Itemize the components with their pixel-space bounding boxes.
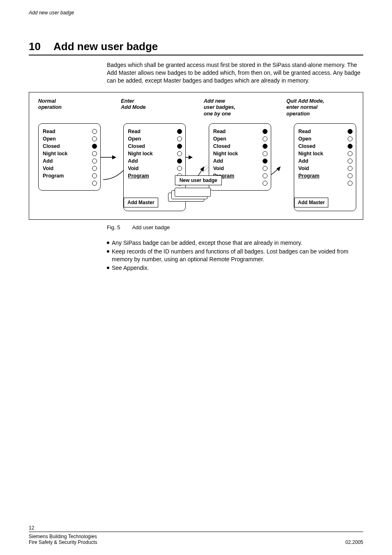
led-label: Read	[43, 129, 55, 134]
led-indicator-icon	[348, 129, 353, 134]
led-label: Read	[213, 129, 226, 134]
intro-paragraph: Badges which shall be granted access mus…	[107, 61, 363, 85]
led-row: Open	[128, 135, 182, 143]
led-indicator-icon	[348, 173, 353, 178]
svg-marker-7	[277, 166, 281, 171]
badge-card-stack-icon	[168, 188, 213, 203]
section-title: Add new user badge	[53, 40, 158, 53]
led-indicator-icon	[92, 151, 97, 156]
led-label: Read	[298, 129, 311, 134]
footer-date: 02.2005	[346, 539, 363, 545]
led-indicator-icon	[177, 151, 182, 156]
bullet-list: Any SiPass badge can be added, except th…	[107, 239, 363, 272]
bullet-item: Keep records of the ID numbers and funct…	[107, 248, 363, 263]
led-label: Night lock	[213, 151, 238, 157]
led-label: Closed	[298, 143, 316, 149]
led-label: Open	[213, 136, 226, 142]
led-row: Night lock	[298, 150, 353, 157]
led-indicator-icon	[263, 129, 267, 134]
led-row: Void	[213, 165, 267, 172]
led-row: Night lock	[213, 150, 267, 157]
led-indicator-icon	[177, 129, 182, 134]
led-indicator-icon	[263, 136, 267, 141]
led-label: Closed	[128, 143, 145, 149]
new-user-badge-label: New user badge	[175, 175, 222, 185]
device-panel: ReadOpenClosedNight lockAddVoidProgram	[38, 123, 101, 191]
figure-number: Fig. 5	[107, 224, 120, 230]
figure-caption-text: Add user badge	[132, 224, 170, 230]
led-label: Add	[43, 158, 53, 164]
figure-diagram: Normal operation Enter Add Mode Add new …	[29, 92, 363, 220]
led-row: Night lock	[43, 150, 97, 157]
led-row: Add	[213, 157, 267, 165]
led-indicator-icon	[263, 181, 267, 186]
led-label: Void	[43, 166, 53, 171]
led-row: Program	[128, 172, 182, 180]
section-number: 10	[29, 40, 53, 53]
led-row: Open	[213, 135, 267, 143]
led-row: Closed	[213, 143, 267, 150]
led-indicator-icon	[92, 159, 97, 164]
led-row: Void	[43, 165, 97, 172]
step-label: Quit Add Mode, enter normal operation	[286, 98, 356, 117]
led-row: Read	[43, 128, 97, 135]
led-row: Closed	[43, 143, 97, 150]
led-row: Void	[298, 165, 353, 172]
section-heading: 10 Add new user badge	[29, 40, 363, 55]
led-indicator-icon	[177, 166, 182, 171]
led-row: Open	[298, 135, 353, 143]
led-indicator-icon	[348, 159, 353, 164]
led-row: Program	[298, 172, 353, 180]
led-label: Night lock	[43, 151, 67, 157]
led-indicator-icon	[177, 159, 182, 164]
led-indicator-icon	[348, 136, 353, 141]
led-indicator-icon	[348, 166, 353, 171]
add-master-badge-label: Add Master	[294, 198, 328, 207]
running-header: Add new user badge	[29, 10, 363, 16]
step-labels-row: Normal operation Enter Add Mode Add new …	[38, 98, 356, 117]
led-row: Read	[298, 128, 353, 135]
bullet-item: See Appendix.	[107, 264, 363, 272]
device-panel: ReadOpenClosedNight lockAddVoidProgramAd…	[294, 123, 356, 211]
led-indicator-icon	[263, 159, 267, 164]
led-indicator-icon	[263, 166, 267, 171]
led-row: Night lock	[128, 150, 182, 157]
led-label: Add	[213, 158, 223, 164]
led-indicator-icon	[263, 173, 267, 178]
page-footer: 12 Siemens Building Technologies Fire Sa…	[29, 525, 363, 545]
led-indicator-icon	[263, 151, 267, 156]
led-row: Void	[128, 165, 182, 172]
step-label: Normal operation	[38, 98, 108, 117]
led-row: Closed	[298, 143, 353, 150]
led-indicator-icon	[348, 181, 353, 186]
bullet-dot-icon	[107, 250, 109, 253]
led-row: Closed	[128, 143, 182, 150]
led-indicator-icon	[92, 181, 97, 186]
led-indicator-icon	[92, 173, 97, 178]
bullet-text: Any SiPass badge can be added, except th…	[112, 239, 302, 247]
led-label: Open	[128, 136, 141, 142]
bullet-item: Any SiPass badge can be added, except th…	[107, 239, 363, 247]
svg-line-9	[201, 165, 208, 171]
led-indicator-icon	[348, 144, 353, 149]
led-row: Open	[43, 135, 97, 143]
add-master-badge-label: Add Master	[124, 198, 158, 207]
svg-marker-1	[112, 155, 116, 159]
led-row: Read	[213, 128, 267, 135]
led-indicator-icon	[263, 144, 267, 149]
led-label: Void	[298, 166, 309, 171]
led-label: Closed	[213, 143, 231, 149]
footer-division: Fire Safety & Security Products	[29, 539, 97, 545]
figure-caption: Fig. 5 Add user badge	[107, 224, 363, 231]
bullet-text: See Appendix.	[112, 264, 149, 272]
bullet-text: Keep records of the ID numbers and funct…	[112, 248, 363, 263]
led-row	[298, 180, 353, 187]
led-indicator-icon	[92, 136, 97, 141]
page-number: 12	[29, 525, 363, 531]
arrow-icon	[100, 153, 116, 161]
led-label: Void	[213, 166, 224, 171]
step-label: Enter Add Mode	[121, 98, 191, 117]
led-row	[43, 180, 97, 187]
led-indicator-icon	[177, 136, 182, 141]
bullet-dot-icon	[107, 242, 109, 244]
